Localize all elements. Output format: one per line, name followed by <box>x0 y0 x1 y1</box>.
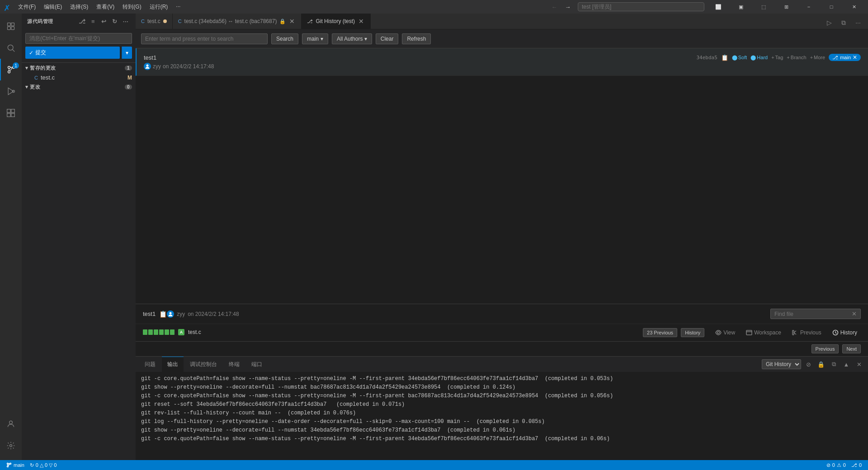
list-view-icon[interactable]: ≡ <box>89 17 98 26</box>
bottom-tabs: 问题 输出 调试控制台 终端 端口 Git History ⊘ 🔒 ⧉ ▲ ✕ <box>136 357 868 372</box>
file-change-type: A <box>178 329 184 335</box>
history-search-input[interactable] <box>141 33 268 44</box>
branch-create-button[interactable]: + Branch <box>787 55 806 60</box>
split-editor[interactable]: ⧉ <box>837 16 850 29</box>
file-change-item[interactable]: A test.c <box>143 328 201 337</box>
soft-reset-button[interactable]: ⬤ Soft <box>732 55 747 61</box>
tab-compare-close[interactable]: ✕ <box>288 18 296 25</box>
bar-6 <box>170 329 175 335</box>
menu-more[interactable]: ··· <box>172 2 184 12</box>
main-area: 1 <box>0 14 868 460</box>
find-close-icon[interactable]: ✕ <box>852 310 857 317</box>
layout-grid[interactable]: ⊞ <box>776 0 797 14</box>
activity-search[interactable] <box>0 37 22 59</box>
layout-toggle2[interactable]: ▣ <box>731 0 751 14</box>
history-view-button[interactable]: History <box>829 328 861 338</box>
find-file-input[interactable] <box>774 311 848 317</box>
commit-detail-message: test1 <box>143 310 156 317</box>
menu-view[interactable]: 查看(V) <box>93 2 118 12</box>
close-panel-icon[interactable]: ✕ <box>854 359 864 370</box>
commit-detail-title-area: test1 📋 <box>143 310 167 318</box>
tab-testc[interactable]: C test.c <box>136 14 173 29</box>
tab-overflow[interactable]: ··· <box>852 16 864 29</box>
commit-item[interactable]: test1 34ebda5 📋 ⬤ Soft ⬤ Hard <box>136 48 868 76</box>
bottom-previous-button[interactable]: Previous <box>811 344 839 353</box>
menu-goto[interactable]: 转到(G) <box>119 2 145 12</box>
status-git-branch[interactable]: ⎇ 0 <box>849 460 864 470</box>
branch-badge-close[interactable]: ✕ <box>853 54 857 61</box>
undo-icon[interactable]: ↩ <box>99 17 108 26</box>
tab-problems[interactable]: 问题 <box>139 357 161 372</box>
all-authors-button[interactable]: All Authors ▾ <box>332 33 372 44</box>
tab-ports[interactable]: 端口 <box>246 357 268 372</box>
stash-file-item[interactable]: C test.c M <box>22 73 136 82</box>
more-actions-button[interactable]: + More <box>810 55 826 60</box>
tab-bar: C test.c C test.c (34ebda56) ↔ test.c (b… <box>136 14 868 29</box>
tab-terminal[interactable]: 终端 <box>223 357 245 372</box>
nav-forward-button[interactable]: → <box>561 0 574 13</box>
history-nav-button[interactable]: History <box>681 328 704 337</box>
layout-toggle1[interactable]: ⬜ <box>708 0 729 14</box>
activity-accounts[interactable] <box>0 413 22 435</box>
activity-run[interactable] <box>0 80 22 102</box>
stash-section-header[interactable]: ▾ 暂存的更改 1 <box>22 63 136 73</box>
commit-button[interactable]: ✓ 提交 <box>25 47 120 59</box>
activity-bar: 1 <box>0 14 22 460</box>
branch-badge: ⎇ main ✕ <box>829 54 861 61</box>
activity-explorer[interactable] <box>0 15 22 37</box>
commit-btn-row: ✓ 提交 ▾ <box>25 47 132 59</box>
maximize-button[interactable]: □ <box>821 0 842 14</box>
view-button[interactable]: View <box>712 328 739 338</box>
run-action[interactable]: ▷ <box>823 16 835 29</box>
activity-bottom <box>0 413 22 460</box>
menu-select[interactable]: 选择(S) <box>66 2 92 12</box>
changes-section-header[interactable]: ▾ 更改 0 <box>22 82 136 92</box>
tab-git-history[interactable]: ⎇ Git History (test) ✕ <box>302 14 371 29</box>
svg-point-18 <box>9 421 13 424</box>
minimize-button[interactable]: − <box>798 0 819 14</box>
activity-source-control[interactable]: 1 <box>0 59 22 80</box>
clear-button[interactable]: Clear <box>376 33 399 44</box>
clear-output-icon[interactable]: ⊘ <box>803 359 814 370</box>
menu-run[interactable]: 运行(R) <box>146 2 172 12</box>
close-button[interactable]: ✕ <box>844 0 864 14</box>
output-source-select[interactable]: Git History <box>762 359 801 369</box>
tab-git-history-close[interactable]: ✕ <box>358 18 365 25</box>
commit-author-name: zyy <box>153 63 161 70</box>
copy-hash-icon[interactable]: 📋 <box>721 54 728 61</box>
activity-extensions[interactable] <box>0 102 22 124</box>
status-errors[interactable]: ⊘ 0 ⚠ 0 <box>824 460 849 470</box>
layout-toggle3[interactable]: ⬚ <box>753 0 774 14</box>
bottom-next-button[interactable]: Next <box>842 344 861 353</box>
terminal-line-4: git reset --soft 34ebda56ef7bf86ecc64063… <box>141 400 863 409</box>
menu-file[interactable]: 文件(F) <box>14 2 39 12</box>
previous-view-button[interactable]: Previous <box>788 328 825 338</box>
tab-debug-console[interactable]: 调试控制台 <box>184 357 222 372</box>
tab-compare[interactable]: C test.c (34ebda56) ↔ test.c (bac78687) … <box>173 14 302 29</box>
tag-button[interactable]: + Tag <box>771 55 783 60</box>
previous-nav-button[interactable]: 23 Previous <box>643 328 677 337</box>
overflow-icon[interactable]: ··· <box>121 17 130 26</box>
vscode-icon: ✗ <box>4 3 11 10</box>
maximize-panel-icon[interactable]: ▲ <box>841 359 852 370</box>
lock-output-icon[interactable]: 🔒 <box>816 359 826 370</box>
refresh-button[interactable]: Refresh <box>402 33 431 44</box>
tab-output[interactable]: 输出 <box>162 357 184 372</box>
new-terminal-icon[interactable]: ⧉ <box>828 359 839 370</box>
menu-edit[interactable]: 编辑(E) <box>40 2 66 12</box>
hard-reset-button[interactable]: ⬤ Hard <box>750 55 768 61</box>
workspace-button[interactable]: Workspace <box>742 328 785 338</box>
branch-icon[interactable]: ⎇ <box>78 17 87 26</box>
refresh-icon[interactable]: ↻ <box>110 17 119 26</box>
svg-point-31 <box>10 463 11 465</box>
activity-settings[interactable] <box>0 435 22 456</box>
status-branch[interactable]: main <box>4 460 27 470</box>
commit-message-input[interactable] <box>25 33 132 44</box>
search-input[interactable] <box>578 2 704 11</box>
nav-back-button[interactable]: ← <box>548 0 561 13</box>
status-sync[interactable]: ↻ 0 △ 0 ▽ 0 <box>27 460 60 470</box>
branch-button[interactable]: main ▾ <box>302 33 328 44</box>
search-button[interactable]: Search <box>271 33 298 44</box>
commit-dropdown-button[interactable]: ▾ <box>122 47 132 59</box>
copy-commit-icon[interactable]: 📋 <box>159 310 167 318</box>
